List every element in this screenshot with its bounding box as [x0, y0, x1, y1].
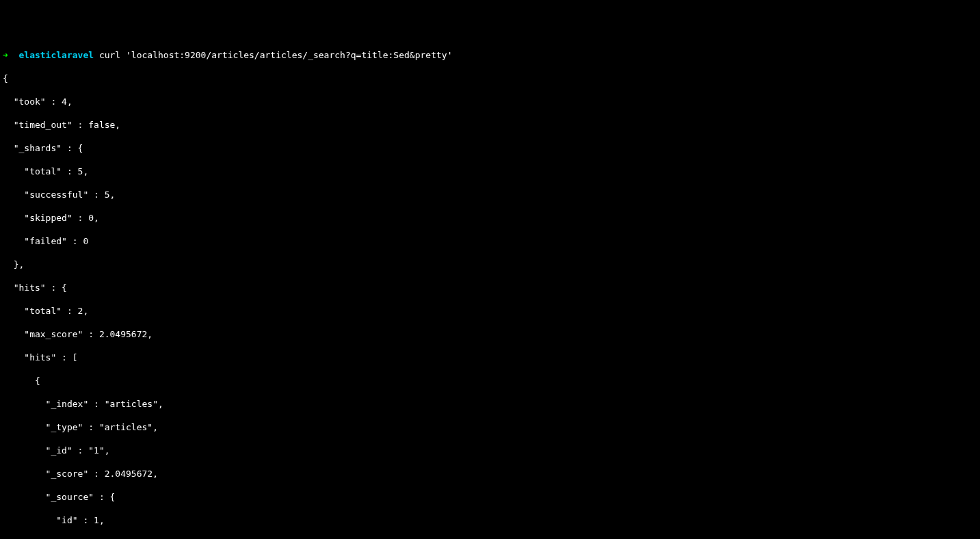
output-line: { — [0, 73, 980, 84]
terminal-prompt-line[interactable]: ➜ elasticlaravel curl 'localhost:9200/ar… — [0, 49, 980, 61]
output-line: "_id" : "1", — [0, 445, 980, 456]
output-line: "_index" : "articles", — [0, 398, 980, 410]
output-line: "_source" : { — [0, 491, 980, 503]
output-line: "hits" : { — [0, 282, 980, 293]
output-line: "_score" : 2.0495672, — [0, 468, 980, 479]
output-line: "_shards" : { — [0, 142, 980, 154]
output-line: "id" : 1, — [0, 514, 980, 526]
output-line: }, — [0, 259, 980, 270]
output-line: "successful" : 5, — [0, 189, 980, 200]
prompt-command: curl — [99, 50, 120, 60]
prompt-directory: elasticlaravel — [18, 50, 94, 60]
output-line: "total" : 5, — [0, 166, 980, 177]
output-line: "hits" : [ — [0, 352, 980, 363]
output-line: "skipped" : 0, — [0, 212, 980, 224]
output-line: "timed_out" : false, — [0, 119, 980, 131]
output-line: "total" : 2, — [0, 305, 980, 317]
output-line: "max_score" : 2.0495672, — [0, 328, 980, 340]
output-line: "_type" : "articles", — [0, 421, 980, 433]
output-line: { — [0, 375, 980, 386]
output-line: "failed" : 0 — [0, 235, 980, 247]
prompt-arg: 'localhost:9200/articles/articles/_searc… — [126, 50, 452, 60]
prompt-arrow-icon: ➜ — [3, 50, 8, 60]
output-line: "took" : 4, — [0, 96, 980, 107]
